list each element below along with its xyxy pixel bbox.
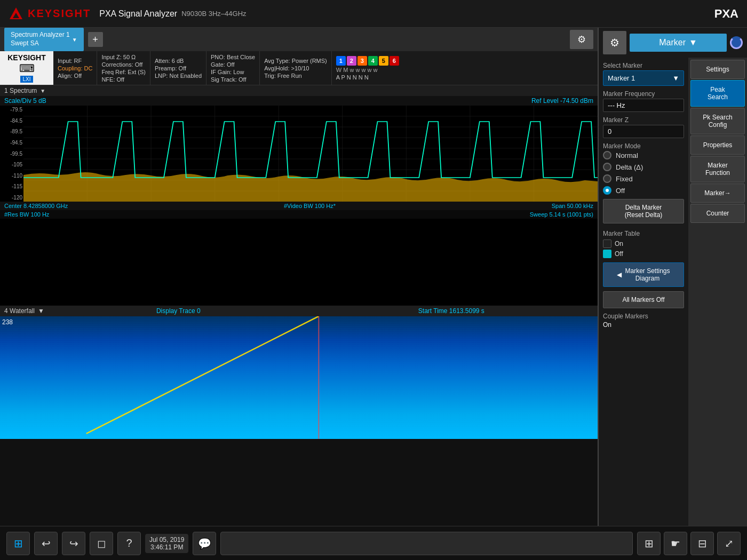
marker-left: Select Marker Marker 1 ▼ Marker Frequenc…: [599, 58, 688, 526]
marker-title-button[interactable]: Marker ▼: [630, 34, 727, 52]
table-label: Marker Table: [603, 230, 684, 237]
windows-button[interactable]: ⊞: [6, 532, 30, 555]
pno-label: PNO: Best Close: [211, 54, 255, 60]
avghold-label: Avg|Hold: >10/10: [264, 65, 327, 71]
gear-tab-button[interactable]: ⚙: [570, 30, 593, 49]
date-label: Jul 05, 2019: [149, 536, 184, 543]
screen-icon: ◻: [97, 537, 106, 550]
badge-5: 5: [379, 56, 388, 66]
marker-function-button[interactable]: Marker Function: [690, 156, 745, 182]
help-button[interactable]: ?: [117, 532, 141, 555]
redo-button[interactable]: ↪: [62, 532, 85, 555]
mf-line2: Function: [694, 169, 741, 177]
nfe-label: NFE: Off: [101, 76, 146, 83]
svg-line-18: [86, 316, 319, 434]
marker-settings-diagram-button[interactable]: ◀ Marker Settings Diagram: [603, 262, 684, 287]
peak-search-line2: Search: [694, 93, 741, 101]
waterfall-chevron: ▼: [38, 307, 44, 315]
grid-button[interactable]: ⊞: [637, 532, 661, 555]
y-label-7: -110: [1, 173, 22, 179]
delta-btn-line2: (Reset Delta): [608, 211, 679, 219]
add-tab-button[interactable]: +: [88, 32, 103, 47]
fullscreen-icon: ⤢: [725, 537, 734, 550]
pk-config-line1: Pk Search: [694, 114, 741, 121]
chat-icon-button[interactable]: 💬: [193, 532, 216, 555]
center-freq: Center 8.42858000 GHz: [4, 203, 68, 209]
video-bw: #Video BW 100 Hz*: [284, 203, 336, 209]
all-markers-off-button[interactable]: All Markers Off: [603, 291, 684, 308]
layout-icon: ⊟: [698, 537, 707, 550]
properties-button[interactable]: Properties: [690, 135, 745, 155]
trig-label: Trig: Free Run: [264, 73, 327, 79]
mode-fixed[interactable]: Fixed: [603, 174, 684, 183]
spectrum-svg: [23, 106, 598, 202]
atten-label: Atten: 6 dB: [155, 58, 202, 64]
waterfall-info: Display Trace 0 Start Time 1613.5099 s: [47, 307, 593, 315]
display-trace: Display Trace 0: [156, 307, 201, 315]
time-label: 3:46:11 PM: [149, 543, 184, 551]
y-label-1: -79.5: [1, 107, 22, 113]
y-label-9: -120: [1, 195, 22, 201]
delta-reset-button[interactable]: Delta Marker (Reset Delta): [603, 199, 684, 223]
mode-off[interactable]: Off: [603, 186, 684, 195]
spectrum-scale-info: Scale/Div 5 dB Ref Level -74.50 dBm: [0, 96, 598, 106]
touch-button[interactable]: ☛: [664, 532, 687, 555]
tab-line1: Spectrum Analyzer 1: [11, 31, 70, 39]
avgtype-label: Avg Type: Power (RMS): [264, 58, 327, 64]
peak-search-button[interactable]: Peak Search: [690, 80, 745, 107]
marker-dropdown[interactable]: Marker 1 ▼: [603, 70, 684, 86]
marker-arrow-button[interactable]: Marker→: [690, 183, 745, 203]
y-label-6: -105: [1, 162, 22, 167]
marker-table-toggle: On Off: [603, 239, 684, 258]
radio-off: [603, 186, 611, 195]
toggle-on[interactable]: On: [603, 239, 684, 248]
left-panel: Spectrum Analyzer 1 Swept SA ▼ + ⚙ KEYSI…: [0, 28, 598, 526]
mode-delta[interactable]: Delta (Δ): [603, 163, 684, 171]
marker-table-section: Marker Table On Off: [603, 230, 684, 258]
toggle-off-label: Off: [615, 250, 623, 258]
mode-normal[interactable]: Normal: [603, 151, 684, 159]
mode-label: Marker Mode: [603, 142, 684, 150]
gate-label: Gate: Off: [211, 61, 255, 68]
info-col-1: Input: RF Coupling: DC Align: Off: [53, 51, 97, 85]
y-label-2: -84.5: [1, 118, 22, 124]
lxi-badge: LXI: [20, 76, 33, 83]
badge-2: 2: [347, 56, 356, 66]
scale-label: Scale/Div 5 dB: [4, 97, 46, 105]
badge-1: 1: [336, 56, 346, 66]
y-label-4: -94.5: [1, 140, 22, 146]
spectrum-header: 1 Spectrum ▼: [0, 85, 598, 96]
mode-normal-label: Normal: [616, 151, 638, 159]
freq-label: Marker Frequency: [603, 90, 684, 98]
model-spec: N9030B 3Hz–44GHz: [181, 10, 246, 18]
keysight-logo: KEYSIGHT: [9, 6, 91, 21]
counter-button[interactable]: Counter: [690, 204, 745, 223]
marker-z-value: 0: [603, 125, 684, 138]
undo-button[interactable]: ↩: [34, 532, 58, 555]
grid-icon: ⊞: [645, 537, 654, 550]
marker-mode-section: Marker Mode Normal Delta (Δ) Fixed: [603, 142, 684, 195]
waterfall-header: 4 Waterfall ▼ Display Trace 0 Start Time…: [0, 306, 598, 316]
settings-btn[interactable]: Settings: [690, 60, 745, 79]
marker-z-section: Marker Z 0: [603, 116, 684, 138]
chat-input-area[interactable]: [220, 532, 633, 555]
y-label-8: -115: [1, 183, 22, 189]
start-time: Start Time 1613.5099 s: [418, 307, 484, 315]
toggle-off[interactable]: Off: [603, 250, 684, 258]
spectrum-canvas: -79.5 -84.5 -89.5 -94.5 -99.5 -105 -110 …: [0, 106, 598, 202]
marker-badge-area: 1 2 3 4 5 6 W M w w w w w A P N N N N: [332, 51, 403, 85]
marker-z-label: Marker Z: [603, 116, 684, 124]
pk-config-line2: Config: [694, 121, 741, 129]
settings-gear-button[interactable]: ⚙: [603, 31, 626, 54]
layout-button[interactable]: ⊟: [690, 532, 714, 555]
instrument-tab[interactable]: Spectrum Analyzer 1 Swept SA ▼: [4, 28, 84, 51]
wm-label: W M w w w w w: [336, 67, 378, 73]
screen-button[interactable]: ◻: [90, 532, 113, 555]
mf-line1: Marker: [694, 162, 741, 169]
fullscreen-button[interactable]: ⤢: [717, 532, 741, 555]
pk-search-config-button[interactable]: Pk Search Config: [690, 108, 745, 134]
badge-6: 6: [390, 56, 399, 66]
mode-radio-group: Normal Delta (Δ) Fixed Off: [603, 151, 684, 195]
right-panel: ⚙ Marker ▼ Select Marker Marker 1 ▼ Mark…: [598, 28, 747, 526]
datetime-display: Jul 05, 2019 3:46:11 PM: [145, 534, 188, 553]
